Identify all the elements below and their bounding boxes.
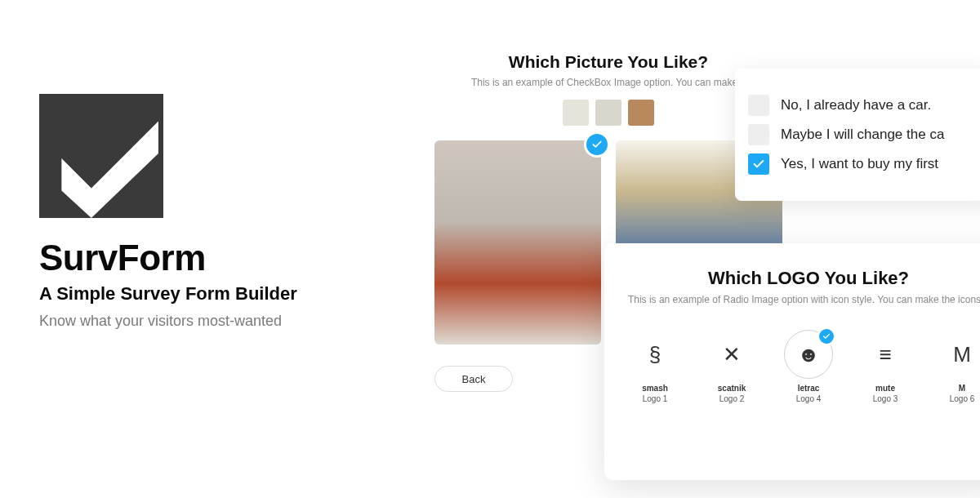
product-tagline: Know what your visitors most-wanted (39, 313, 399, 330)
product-subtitle: A Simple Survey Form Builder (39, 283, 399, 305)
question-description: This is an example of Radio Image option… (626, 294, 980, 305)
hero-section: SurvForm A Simple Survey Form Builder Kn… (39, 94, 399, 330)
logo-code: scatnik (702, 384, 761, 393)
thumbnail-1[interactable] (563, 100, 589, 126)
checkbox-unchecked-icon (748, 124, 769, 145)
logo-question-panel: Which LOGO You Like? This is an example … (604, 243, 980, 480)
logo-code: letrac (779, 384, 838, 393)
thumbnail-strip (434, 100, 782, 126)
checkbox-checked-icon (748, 153, 769, 175)
logo-option[interactable]: M M Logo 6 (933, 330, 980, 403)
image-option-1[interactable] (434, 140, 601, 345)
logo-glyph-icon: ✕ (723, 342, 741, 367)
selected-badge-icon (586, 134, 608, 155)
product-logo (39, 94, 163, 218)
logo-label: Logo 4 (779, 394, 838, 403)
question-title: Which LOGO You Like? (626, 268, 980, 289)
logo-glyph-icon: ≡ (879, 342, 891, 367)
logo-label: Logo 3 (856, 394, 915, 403)
choice-option-label: Maybe I will change the ca (781, 127, 944, 143)
logo-code: smash (626, 384, 684, 393)
choice-option[interactable]: No, I already have a car. (748, 95, 980, 116)
checkmark-icon (39, 94, 163, 218)
logo-option[interactable]: ≡ mute Logo 3 (856, 330, 915, 403)
question-description: This is an example of CheckBox Image opt… (434, 77, 782, 88)
choice-option-label: Yes, I want to buy my first (781, 156, 938, 172)
choice-option[interactable]: Yes, I want to buy my first (748, 153, 980, 175)
back-button-label: Back (462, 373, 486, 385)
logo-option[interactable]: § smash Logo 1 (626, 330, 684, 403)
thumbnail-2[interactable] (595, 100, 621, 126)
logo-glyph-icon: § (649, 342, 661, 367)
product-name: SurvForm (39, 238, 399, 278)
logo-option[interactable]: ☻ letrac Logo 4 (779, 330, 838, 403)
logo-glyph-icon: M (953, 342, 971, 367)
choice-option[interactable]: Maybe I will change the ca (748, 124, 980, 145)
thumbnail-3[interactable] (628, 100, 654, 126)
question-title: Which Picture You Like? (434, 52, 782, 72)
logo-label: Logo 2 (702, 394, 761, 403)
logo-option[interactable]: ✕ scatnik Logo 2 (702, 330, 761, 403)
logo-glyph-icon: ☻ (797, 342, 819, 367)
selected-badge-icon (819, 329, 834, 344)
logo-label: Logo 6 (933, 394, 980, 403)
logo-code: M (933, 384, 980, 393)
choice-option-label: No, I already have a car. (781, 97, 931, 113)
checkbox-unchecked-icon (748, 95, 769, 116)
logo-code: mute (856, 384, 915, 393)
back-button[interactable]: Back (434, 366, 513, 392)
choice-question-panel: No, I already have a car. Maybe I will c… (735, 69, 980, 201)
logo-label: Logo 1 (626, 394, 684, 403)
